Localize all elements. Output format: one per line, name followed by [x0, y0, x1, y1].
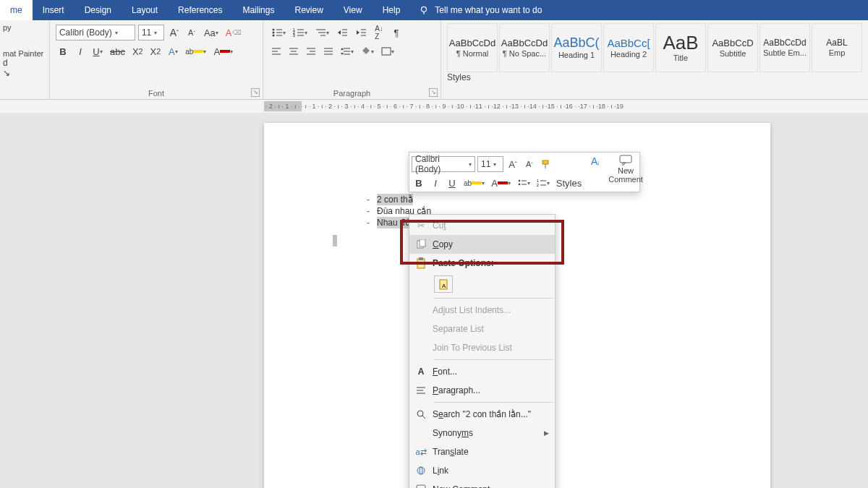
style-heading-1[interactable]: AaBbC(Heading 1 — [551, 23, 602, 72]
ctx-new-comment[interactable]: New Comment — [409, 480, 555, 488]
font-name-value: Calibri (Body) — [59, 27, 112, 38]
ctx-paste-options-label: Paste Options: — [409, 254, 555, 273]
svg-line-67 — [422, 416, 425, 419]
show-marks-button[interactable]: ¶ — [389, 25, 404, 40]
dialog-launcher-font-icon[interactable]: ↘ — [251, 88, 260, 97]
mini-bold-button[interactable]: B — [412, 175, 426, 191]
font-size-select[interactable]: 11▾ — [138, 25, 164, 40]
mini-italic-button[interactable]: I — [428, 175, 443, 191]
ctx-link[interactable]: Link — [409, 461, 555, 480]
mini-shrink-font-button[interactable]: Aˇ — [522, 156, 537, 172]
subscript-button[interactable]: X2 — [130, 43, 145, 59]
strikethrough-button[interactable]: abc — [108, 43, 127, 59]
bullets-button[interactable]: ▾ — [269, 25, 288, 40]
highlight-button[interactable]: ab▾ — [183, 43, 208, 59]
underline-button[interactable]: U▾ — [90, 43, 105, 59]
mini-styles-button[interactable]: Styles — [554, 175, 584, 191]
tab-references[interactable]: References — [168, 0, 232, 20]
group-clipboard: py mat Painter d ↘ — [0, 20, 50, 99]
ctx-copy[interactable]: Copy — [409, 235, 555, 254]
cut-icon: ✂ — [409, 221, 433, 231]
mini-styles-menu[interactable]: A↓ — [590, 155, 603, 192]
ctx-search[interactable]: Search "2 con thần lằn..." — [409, 405, 555, 424]
mini-size-select[interactable]: 11▾ — [477, 156, 503, 172]
svg-rect-60 — [419, 257, 423, 260]
mini-underline-button[interactable]: U — [445, 175, 459, 191]
paragraph-icon — [409, 386, 433, 395]
context-menu: ✂ Cut Copy Paste Options: A Adjust List … — [409, 214, 556, 488]
decrease-indent-button[interactable] — [334, 25, 350, 40]
mini-numbering-button[interactable]: 12▾ — [535, 175, 552, 191]
mini-grow-font-button[interactable]: Aˆ — [506, 156, 520, 172]
ctx-paragraph[interactable]: Paragraph... — [409, 381, 555, 400]
shrink-font-button[interactable]: Aˇ — [184, 25, 199, 40]
dialog-launcher-paragraph-icon[interactable]: ↘ — [429, 88, 438, 97]
mini-highlight-button[interactable]: ab▾ — [461, 175, 487, 191]
tab-review[interactable]: Review — [284, 0, 333, 20]
multilevel-button[interactable]: ▾ — [312, 25, 331, 40]
font-color-button[interactable]: A▾ — [211, 43, 235, 59]
style--no-spac-[interactable]: AaBbCcDd¶ No Spac... — [499, 23, 550, 72]
superscript-button[interactable]: X2 — [148, 43, 163, 59]
font-size-value: 11 — [142, 27, 151, 38]
mini-new-comment-button[interactable]: New Comment — [608, 155, 643, 192]
borders-button[interactable]: ▾ — [379, 43, 396, 59]
style-heading-2[interactable]: AaBbCc[Heading 2 — [603, 23, 654, 72]
svg-text:↓: ↓ — [597, 159, 600, 166]
font-icon: A — [409, 367, 433, 377]
tab-help[interactable]: Help — [373, 0, 411, 20]
bold-button[interactable]: B — [56, 43, 70, 59]
justify-button[interactable] — [321, 43, 336, 59]
tab-layout[interactable]: Layout — [122, 0, 168, 20]
dialog-launcher-clipboard-icon[interactable]: ↘ — [3, 68, 46, 78]
style-subtitle[interactable]: AaBbCcDSubtitle — [707, 23, 758, 72]
clear-formatting-button[interactable]: A⌫ — [224, 25, 244, 40]
group-font: Calibri (Body)▾ 11▾ Aˆ Aˇ Aa▾ A⌫ B I U▾ … — [50, 20, 263, 99]
style-title[interactable]: AaBTitle — [655, 23, 706, 72]
style-emp[interactable]: AaBLEmp — [812, 23, 862, 72]
ctx-font[interactable]: AFont... — [409, 362, 555, 381]
paste-keep-text-button[interactable]: A — [434, 275, 453, 293]
change-case-button[interactable]: Aa▾ — [202, 25, 221, 40]
sort-button[interactable]: A↓Z — [372, 25, 386, 40]
tab-me[interactable]: me — [0, 0, 33, 20]
align-center-button[interactable] — [286, 43, 301, 59]
italic-button[interactable]: I — [73, 43, 88, 59]
tab-design[interactable]: Design — [75, 0, 122, 20]
paste-icon — [409, 257, 433, 269]
align-right-button[interactable] — [304, 43, 318, 59]
group-title-font: Font — [50, 89, 263, 98]
svg-marker-56 — [623, 163, 626, 166]
text-effects-button[interactable]: A▾ — [166, 43, 180, 59]
ctx-translate[interactable]: a⇄Translate — [409, 442, 555, 461]
svg-marker-21 — [357, 30, 359, 35]
clipboard-line2[interactable]: mat Painter — [3, 49, 46, 58]
style-subtle-em-[interactable]: AaBbCcDdSubtle Em... — [760, 23, 810, 72]
ruler[interactable]: · 2 · ı · 1 · ı · · ı · 1 · ı · 2 · ı · … — [0, 100, 868, 113]
ctx-synonyms[interactable]: Synonyms▶ — [409, 424, 555, 442]
shading-button[interactable]: ▾ — [359, 43, 376, 59]
divider — [434, 298, 553, 299]
tab-insert[interactable]: Insert — [33, 0, 75, 20]
font-name-select[interactable]: Calibri (Body)▾ — [56, 25, 135, 40]
mini-bullets-button[interactable]: ▾ — [515, 175, 532, 191]
svg-text:A: A — [442, 283, 446, 289]
ribbon-tabstrip: meInsertDesignLayoutReferencesMailingsRe… — [0, 0, 868, 20]
line-spacing-button[interactable]: ▾ — [339, 43, 356, 59]
copy-icon — [409, 239, 433, 249]
tab-mailings[interactable]: Mailings — [232, 0, 284, 20]
mini-font-color-button[interactable]: A▾ — [489, 175, 513, 191]
svg-point-47 — [518, 184, 520, 186]
numbering-button[interactable]: 123▾ — [291, 25, 310, 40]
mini-format-painter-button[interactable] — [539, 156, 553, 172]
tell-me[interactable]: Tell me what you want to do — [410, 5, 550, 15]
style--normal[interactable]: AaBbCcDd¶ Normal — [447, 23, 498, 72]
clipboard-line1[interactable]: py — [3, 23, 46, 32]
style-gallery[interactable]: AaBbCcDd¶ NormalAaBbCcDd¶ No Spac...AaBb… — [447, 23, 862, 72]
align-left-button[interactable] — [269, 43, 284, 59]
mini-font-select[interactable]: Calibri (Body)▾ — [412, 156, 475, 172]
tab-view[interactable]: View — [333, 0, 373, 20]
increase-indent-button[interactable] — [353, 25, 369, 40]
grow-font-button[interactable]: Aˆ — [167, 25, 182, 40]
bulb-icon — [419, 5, 429, 15]
